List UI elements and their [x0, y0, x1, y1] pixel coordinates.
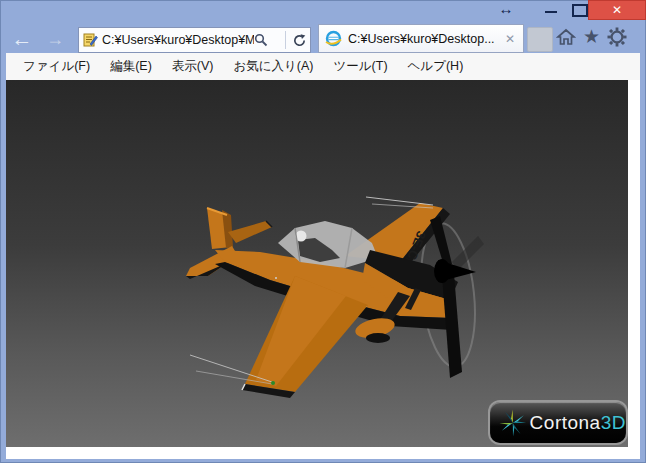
new-tab-button[interactable] [527, 27, 553, 52]
title-bar[interactable]: ↔ ✕ [0, 0, 646, 20]
logo-suffix-text: 3D [601, 412, 626, 433]
search-icon[interactable] [254, 33, 268, 47]
cortona3d-logo: Cortona3D [490, 402, 626, 443]
resize-arrows-icon: ↔ [494, 0, 518, 19]
settings-gear-icon[interactable] [607, 27, 627, 47]
navigation-bar: ← → C:¥Users¥kuro¥Desktop¥My [0, 20, 646, 53]
home-icon[interactable] [556, 27, 576, 47]
cortona3d-viewport[interactable]: 3E-CE [6, 80, 628, 447]
menu-help[interactable]: ヘルプ(H) [399, 55, 473, 78]
address-bar[interactable]: C:¥Users¥kuro¥Desktop¥My [78, 27, 311, 53]
menu-favorites[interactable]: お気に入り(A) [224, 55, 322, 78]
menu-file[interactable]: ファイル(F) [14, 55, 99, 78]
cortona3d-wordmark: Cortona3D [530, 412, 626, 434]
logo-brand-text: Cortona [530, 412, 601, 433]
airplane-3d-model: 3E-CE [6, 80, 628, 447]
internet-explorer-icon [325, 30, 342, 47]
tab-active[interactable]: C:¥Users¥kuro¥Desktop... ✕ [318, 24, 524, 53]
tab-title: C:¥Users¥kuro¥Desktop... [348, 32, 503, 46]
refresh-icon[interactable] [292, 33, 307, 48]
menu-view[interactable]: 表示(V) [163, 55, 223, 78]
menu-edit[interactable]: 編集(E) [101, 55, 161, 78]
divider [285, 31, 286, 49]
tab-close-icon[interactable]: ✕ [503, 32, 517, 46]
browser-window: ↔ ✕ ← → C:¥Users¥kuro¥Desktop¥My [0, 0, 646, 463]
page-background: 3E-CE [6, 80, 640, 459]
maximize-icon [572, 4, 588, 17]
file-type-icon [82, 32, 98, 48]
minimize-icon [545, 11, 557, 13]
cortona3d-pinwheel-icon [498, 408, 528, 438]
address-input[interactable]: C:¥Users¥kuro¥Desktop¥My [102, 33, 254, 47]
menu-tools[interactable]: ツール(T) [325, 55, 397, 78]
menu-bar: ファイル(F) 編集(E) 表示(V) お気に入り(A) ツール(T) ヘルプ(… [6, 53, 640, 80]
forward-button[interactable]: → [42, 26, 68, 52]
favorites-star-icon[interactable]: ★ [583, 26, 600, 48]
back-button[interactable]: ← [7, 24, 37, 54]
minimize-button[interactable] [538, 0, 564, 20]
close-button[interactable]: ✕ [588, 0, 646, 20]
